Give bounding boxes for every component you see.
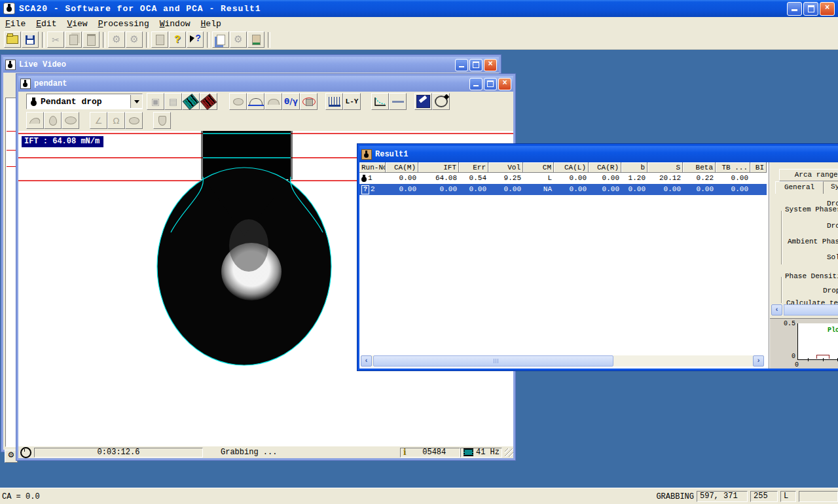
col-ca-r[interactable]: CA(R) (589, 162, 621, 173)
result-table: Run-No CA(M) IFT Err Vol CM CA(L) CA(R) … (359, 162, 769, 369)
tangent-drop-button[interactable] (26, 112, 44, 129)
export-button[interactable] (151, 31, 168, 48)
ellipse-fit-icon (233, 98, 244, 105)
circle-fit-button[interactable] (247, 93, 264, 110)
pendant-toolbar-row1: Pendant drop ▣ ▤ θ/γ L-Y (18, 92, 513, 112)
baseline-ruler-button[interactable] (325, 93, 343, 110)
contour-pen-button[interactable] (414, 93, 432, 110)
save-button[interactable] (22, 31, 39, 48)
baseline-line-icon (392, 101, 404, 103)
scroll-right-arrow[interactable]: › (753, 355, 764, 367)
omega-tool-button[interactable]: Ω (107, 112, 125, 129)
pendant-drop-icon (31, 98, 37, 105)
close-button[interactable]: × (820, 2, 835, 16)
result-title: Result1 (375, 150, 408, 159)
grabbing-status: Grabbing ... (221, 448, 277, 457)
col-beta[interactable]: Beta (683, 162, 716, 173)
menu-file[interactable]: File (0, 18, 31, 29)
pendant-maximize-button[interactable] (484, 78, 497, 90)
menu-processing[interactable]: Processing (93, 18, 155, 29)
col-ift[interactable]: IFT (418, 162, 459, 173)
table-row-selected[interactable]: ?2 0.00 0.00 0.00 0.00 NA 0.00 0.00 0.00… (359, 184, 769, 195)
pendant-outline-button[interactable] (44, 112, 62, 129)
col-b[interactable]: b (621, 162, 647, 173)
pendant-close-button[interactable]: × (498, 78, 511, 90)
live-video-gear-button[interactable]: ⚙ (5, 450, 18, 463)
col-err[interactable]: Err (459, 162, 488, 173)
scroll-thumb[interactable] (784, 304, 838, 315)
live-video-minimize-button[interactable] (455, 59, 468, 71)
teal-filmstrip-button[interactable] (182, 93, 200, 110)
theta-gamma-button[interactable]: θ/γ (282, 93, 300, 110)
curve-plot-button[interactable] (371, 93, 389, 110)
ellipse-fit-button[interactable] (229, 93, 247, 110)
capture-device-button[interactable] (247, 31, 264, 48)
menu-edit[interactable]: Edit (31, 18, 62, 29)
chart-legend: Plo (828, 327, 838, 334)
sca20-application: SCA20 - Software for OCA and PCA - Resul… (0, 0, 838, 504)
ambient-phase-label: Ambient Phase (788, 238, 838, 245)
device-settings-button[interactable]: ⚙ (230, 31, 247, 48)
table-horizontal-scrollbar[interactable]: ‹ › (361, 355, 764, 367)
col-vol[interactable]: Vol (488, 162, 523, 173)
menu-window[interactable]: Window (155, 18, 196, 29)
menu-view[interactable]: View (62, 18, 92, 29)
col-cm[interactable]: CM (523, 162, 554, 173)
result-mini-chart[interactable]: 0.5 0 Plo 0 (770, 318, 838, 369)
sessile-outline-button[interactable] (62, 112, 79, 129)
snapshot-camera-button[interactable]: ▤ (164, 93, 182, 110)
video-camera-button[interactable]: ▣ (147, 93, 164, 110)
tab-general[interactable]: General (775, 181, 824, 194)
sessile-fit-button[interactable] (264, 93, 282, 110)
pendant-minimize-button[interactable] (469, 78, 483, 90)
settings-button[interactable]: ⚙ (108, 31, 125, 48)
scroll-left-arrow[interactable]: ‹ (361, 355, 372, 367)
result-titlebar[interactable]: Result1 (359, 146, 838, 162)
teal-filmstrip-icon (183, 93, 199, 109)
live-video-titlebar[interactable]: Live Video × (3, 57, 499, 73)
copy-button[interactable] (65, 31, 82, 48)
restore-button[interactable] (803, 2, 818, 16)
manual-fit-button[interactable] (300, 93, 318, 110)
elapsed-time-panel: 0:03:12.6 (34, 448, 203, 458)
col-run-no[interactable]: Run-No (359, 162, 386, 173)
help-button[interactable]: ? (169, 31, 186, 48)
minimize-button[interactable] (787, 2, 802, 16)
angle-tool-button[interactable]: ∠ (90, 112, 107, 129)
resize-grip[interactable] (505, 448, 513, 457)
area-ranges-button[interactable]: Arca ranges (779, 169, 838, 181)
solid-label: Soli (827, 253, 838, 261)
cut-button[interactable]: ✂ (47, 31, 64, 48)
live-video-close-button[interactable]: × (484, 59, 497, 71)
theta-gamma-icon: θ/γ (284, 97, 298, 106)
pendant-window-icon (20, 79, 31, 89)
magnet-pen-button[interactable] (432, 93, 450, 110)
copy-icon (69, 35, 78, 45)
baseline-line-button[interactable] (389, 93, 407, 110)
chevron-down-icon[interactable] (130, 95, 142, 108)
paste-button[interactable] (82, 31, 100, 48)
report-button[interactable] (212, 31, 229, 48)
col-ca-l[interactable]: CA(L) (554, 162, 589, 173)
laplace-young-button[interactable]: L-Y (343, 93, 361, 110)
context-help-button[interactable]: ? (187, 31, 204, 48)
col-tb[interactable]: TB ... (716, 162, 750, 173)
pendant-title: pendant (34, 79, 67, 88)
live-video-maximize-button[interactable] (469, 59, 483, 71)
col-bi[interactable]: BI (750, 162, 767, 173)
col-ca-m[interactable]: CA(M) (386, 162, 418, 173)
open-button[interactable] (4, 31, 21, 48)
ellipse-tool-button[interactable] (125, 112, 143, 129)
tab-system[interactable]: Sy (831, 183, 838, 190)
menu-help[interactable]: Help (196, 18, 227, 29)
panel-horizontal-scrollbar[interactable]: ‹ (771, 304, 838, 315)
manual-settings-button[interactable]: ⚙ (126, 31, 143, 48)
col-s[interactable]: S (647, 162, 683, 173)
red-filmstrip-button[interactable] (200, 93, 217, 110)
pendant-titlebar[interactable]: pendant × (18, 76, 513, 92)
table-row[interactable]: 1 0.00 64.08 0.54 9.25 L 0.00 0.00 1.20 … (359, 173, 769, 184)
needle-drop-button[interactable] (153, 112, 171, 129)
method-selector[interactable]: Pendant drop (26, 94, 143, 109)
scroll-thumb[interactable] (373, 355, 613, 367)
scroll-left-arrow[interactable]: ‹ (771, 304, 782, 315)
